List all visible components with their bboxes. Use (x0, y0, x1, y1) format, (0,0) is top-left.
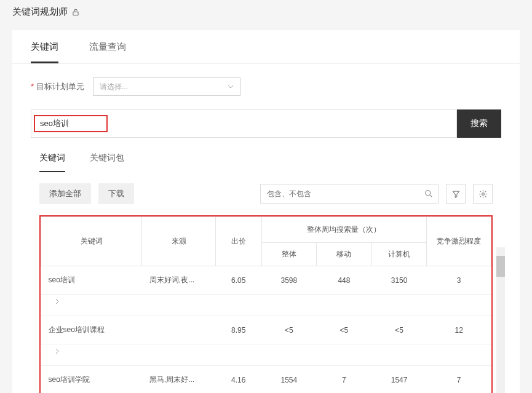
toolbar: 添加全部 下载 (12, 172, 520, 215)
scrollbar-thumb[interactable] (496, 256, 505, 277)
lock-icon (71, 8, 80, 17)
cell-keyword: seo培训 (41, 266, 142, 295)
cell-source (142, 316, 216, 344)
results-table-wrap: 关键词 来源 出价 整体周均搜索量（次） 竞争激烈程度 整体 移动 计算机 se… (39, 215, 493, 393)
search-highlight-box (34, 115, 108, 132)
chevron-right-icon (54, 348, 60, 354)
scrollbar[interactable] (496, 247, 505, 393)
filter-input[interactable] (260, 184, 439, 204)
cell-bid: 6.05 (215, 266, 261, 295)
cell-mobile: 448 (317, 266, 372, 295)
tab-traffic-query[interactable]: 流量查询 (89, 41, 126, 63)
cell-keyword: 企业seo培训课程 (41, 316, 142, 344)
cell-overall: 3598 (261, 266, 317, 295)
table-row[interactable]: 企业seo培训课程 8.95 <5 <5 <5 12 (41, 316, 491, 344)
expand-row[interactable] (41, 295, 491, 316)
search-input-wrap (31, 109, 457, 138)
target-plan-label: *目标计划单元 (31, 81, 84, 92)
search-icon[interactable] (424, 189, 434, 199)
svg-point-2 (482, 193, 484, 195)
tab-keyword[interactable]: 关键词 (31, 41, 58, 63)
target-plan-select[interactable]: 请选择... (93, 77, 240, 96)
th-mobile: 移动 (317, 243, 372, 266)
cell-competition: 7 (427, 366, 491, 394)
cell-overall: <5 (261, 316, 317, 344)
cell-mobile: 7 (317, 366, 372, 394)
cell-pc: <5 (371, 316, 427, 344)
page-title: 关键词规划师 (12, 6, 68, 18)
search-button[interactable]: 搜索 (457, 109, 501, 138)
main-panel: 关键词 流量查询 *目标计划单元 请选择... 搜索 关键词 关键词包 添加全部… (12, 30, 520, 393)
table-row[interactable]: seo培训 周末好词,夜... 6.05 3598 448 3150 3 (41, 266, 491, 295)
cell-competition: 3 (427, 266, 491, 295)
result-sub-tabs: 关键词 关键词包 (12, 150, 520, 172)
sub-tab-keyword[interactable]: 关键词 (39, 153, 65, 172)
th-pc: 计算机 (371, 243, 427, 266)
filter-input-wrap (260, 184, 439, 204)
svg-point-1 (426, 191, 431, 196)
search-input[interactable] (40, 119, 101, 129)
th-source: 来源 (142, 217, 216, 266)
cell-keyword: seo培训学院 (41, 366, 142, 394)
cell-source: 黑马,周末好... (142, 366, 216, 394)
cell-bid: 8.95 (215, 316, 261, 344)
th-competition: 竞争激烈程度 (427, 217, 491, 266)
cell-mobile: <5 (317, 316, 372, 344)
main-tabs: 关键词 流量查询 (12, 30, 520, 64)
chevron-down-icon (228, 84, 234, 90)
table-row[interactable]: seo培训学院 黑马,周末好... 4.16 1554 7 1547 7 (41, 366, 491, 394)
svg-rect-0 (73, 12, 78, 15)
cell-pc: 3150 (371, 266, 427, 295)
cell-bid: 4.16 (215, 366, 261, 394)
search-row: 搜索 (12, 109, 520, 150)
th-search-volume-group: 整体周均搜索量（次） (261, 217, 427, 243)
cell-pc: 1547 (371, 366, 427, 394)
cell-competition: 12 (427, 316, 491, 344)
add-all-button[interactable]: 添加全部 (39, 183, 91, 204)
cell-source: 周末好词,夜... (142, 266, 216, 295)
th-overall: 整体 (261, 243, 317, 266)
sub-tab-keyword-pack[interactable]: 关键词包 (90, 153, 124, 172)
gear-icon-button[interactable] (473, 184, 493, 204)
th-keyword: 关键词 (41, 217, 142, 266)
target-plan-row: *目标计划单元 请选择... (12, 64, 520, 109)
expand-row[interactable] (41, 344, 491, 366)
chevron-right-icon (54, 298, 60, 304)
results-table: 关键词 来源 出价 整体周均搜索量（次） 竞争激烈程度 整体 移动 计算机 se… (41, 216, 491, 393)
filter-icon-button[interactable] (446, 184, 466, 204)
th-bid: 出价 (215, 217, 261, 266)
cell-overall: 1554 (261, 366, 317, 394)
select-placeholder: 请选择... (100, 82, 128, 92)
download-button[interactable]: 下载 (98, 183, 134, 204)
